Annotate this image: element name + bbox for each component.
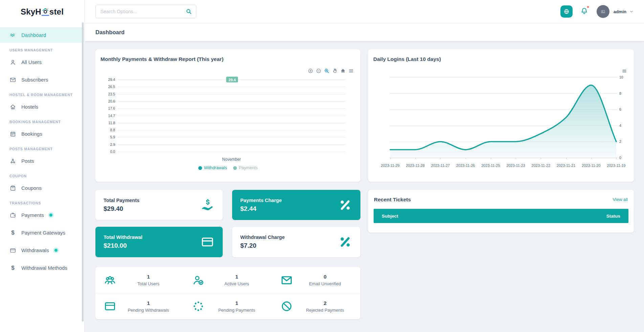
- gridline: [118, 108, 346, 109]
- active-users-stat: 1 Active Users: [184, 267, 272, 293]
- legend-item-payments[interactable]: Payments: [233, 165, 258, 170]
- tickets-table-header: Subject Status: [374, 209, 628, 223]
- mail-icon: [9, 76, 16, 83]
- sidebar-item-withdrawals[interactable]: Withdrawals: [0, 243, 84, 258]
- envelope-icon: [280, 274, 293, 287]
- stat-text: 0 Email Unverified: [293, 274, 357, 286]
- stat-label: Pending Withdrawals: [128, 308, 169, 313]
- sidebar-item-all-users[interactable]: All Users: [0, 54, 84, 70]
- sidebar-item-payments[interactable]: Payments: [0, 207, 84, 223]
- recent-tickets-card: Recent Tickets View all Subject Status: [368, 190, 634, 233]
- posts-icon: [9, 158, 16, 164]
- hand-dollar-icon: [200, 198, 215, 212]
- chevron-down-icon[interactable]: [629, 9, 634, 14]
- tickets-col-subject: Subject: [382, 214, 398, 219]
- sidebar: SkyH stel DashboardUSERS MANAGEMENTAll U…: [0, 0, 85, 332]
- gridline: [118, 94, 346, 94]
- search-icon[interactable]: [185, 8, 192, 15]
- pan-icon[interactable]: [332, 68, 338, 74]
- search-wrap: [95, 5, 196, 18]
- daily-logins-line-chart: [368, 49, 634, 182]
- topbar-actions: admin: [560, 5, 634, 18]
- sidebar-item-label: Bookings: [21, 131, 42, 137]
- legend-label: Withdrawals: [204, 165, 227, 170]
- search-input[interactable]: [95, 5, 196, 18]
- gridline: [118, 152, 346, 152]
- sidebar-nav: DashboardUSERS MANAGEMENTAll UsersSubscr…: [0, 27, 84, 275]
- coupon-icon: [9, 185, 16, 192]
- sidebar-section-heading: BOOKINGS MANAGEMENT: [9, 120, 75, 124]
- legend-item-withdrawals[interactable]: Withdrawals: [198, 165, 227, 170]
- sidebar-item-dashboard[interactable]: Dashboard: [0, 27, 84, 43]
- summary-value: $29.40: [104, 205, 139, 213]
- gridline: [118, 123, 346, 123]
- avatar[interactable]: [597, 5, 609, 18]
- daily-logins-card: Daily Logins (Last 10 days) 10864202023-…: [368, 49, 634, 182]
- sidebar-item-label: Dashboard: [21, 32, 46, 38]
- recent-tickets-title: Recent Tickets: [374, 197, 411, 203]
- monthly-legend: WithdrawalsPayments: [95, 165, 360, 170]
- topbar: admin: [85, 0, 644, 23]
- selection-zoom-icon[interactable]: [324, 68, 330, 74]
- sidebar-item-bookings[interactable]: Bookings: [0, 126, 84, 141]
- sidebar-item-label: Hostels: [21, 104, 38, 110]
- stat-value: 0: [324, 274, 327, 280]
- stat-text: 2 Rejected Payments: [293, 300, 357, 313]
- stat-label: Email Unverified: [309, 281, 341, 286]
- stat-text: 1 Total Users: [116, 274, 180, 286]
- sidebar-item-payment-gateways[interactable]: $Payment Gateways: [0, 225, 84, 240]
- brand-logo[interactable]: SkyH stel: [0, 0, 84, 23]
- zoom-in-icon[interactable]: [308, 68, 313, 74]
- reset-zoom-home-icon[interactable]: [340, 68, 346, 74]
- card-icon: [9, 247, 16, 254]
- sidebar-item-posts[interactable]: Posts: [0, 153, 84, 169]
- sidebar-item-label: Posts: [21, 158, 34, 164]
- y-axis-tick: 17.6: [95, 106, 115, 110]
- legend-dot: [198, 166, 202, 170]
- users-group-icon: [104, 274, 116, 287]
- payments-charge-card: Payments Charge $2.44: [232, 190, 360, 220]
- stat-label: Active Users: [224, 281, 249, 286]
- notifications-bell-icon[interactable]: [580, 7, 589, 17]
- gridline: [118, 101, 346, 102]
- stat-value: 1: [147, 300, 150, 306]
- y-axis-tick: 20.6: [95, 99, 115, 103]
- sidebar-item-subscribers[interactable]: Subscribers: [0, 72, 84, 87]
- gridline: [118, 145, 346, 145]
- gridline: [118, 137, 346, 137]
- page-title: Dashboard: [95, 29, 125, 36]
- dollar-icon: $: [9, 265, 16, 271]
- sidebar-section-heading: TRANSACTIONS: [9, 201, 75, 205]
- summary-value: $2.44: [240, 205, 282, 213]
- percent-icon: [338, 235, 352, 249]
- summary-info: Withdrawal Charge $7.20: [240, 235, 285, 249]
- view-all-link[interactable]: View all: [613, 197, 628, 202]
- summary-info: Payments Charge $2.44: [240, 198, 282, 213]
- summary-label: Withdrawal Charge: [240, 235, 285, 240]
- stat-label: Total Users: [137, 281, 159, 286]
- sidebar-section-heading: POSTS MANAGEMENT: [9, 147, 75, 151]
- language-globe-button[interactable]: [560, 5, 573, 18]
- home-icon: [9, 104, 16, 110]
- gridline: [118, 87, 346, 87]
- sidebar-section-heading: USERS MANAGEMENT: [9, 48, 75, 52]
- chart-menu-icon[interactable]: [348, 68, 354, 74]
- percent-icon: [338, 198, 352, 212]
- dashboard-icon: [9, 32, 16, 39]
- y-axis-tick: 29.4: [95, 78, 115, 82]
- brand-house-icon: [42, 7, 49, 16]
- sidebar-item-hostels[interactable]: Hostels: [0, 99, 84, 114]
- stat-text: 1 Pending Payments: [205, 300, 269, 313]
- sidebar-scrollbar[interactable]: [82, 22, 84, 322]
- username[interactable]: admin: [614, 9, 626, 14]
- y-axis-tick: 11.8: [95, 121, 115, 125]
- zoom-out-icon[interactable]: [316, 68, 321, 74]
- tickets-col-status: Status: [606, 214, 620, 219]
- sidebar-item-withdrawal-methods[interactable]: $Withdrawal Methods: [0, 260, 84, 275]
- total-users-stat: 1 Total Users: [95, 267, 184, 293]
- sidebar-section-heading: COUPON: [9, 174, 75, 178]
- sidebar-item-coupons[interactable]: Coupons: [0, 180, 84, 196]
- content: Monthly Payments & Withdraw Report (This…: [85, 41, 644, 332]
- summary-value: $210.00: [104, 242, 142, 249]
- brand-text-pre: SkyH: [21, 7, 41, 17]
